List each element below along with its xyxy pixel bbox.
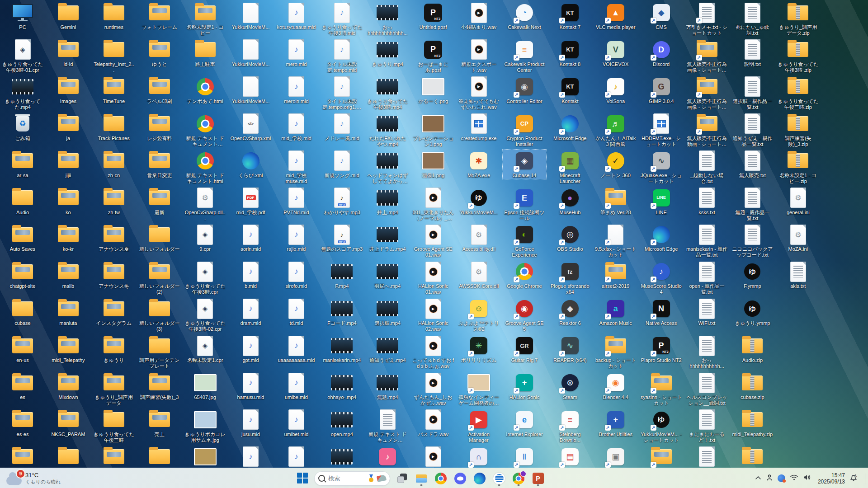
desktop-icon-営業日変更[interactable]: 営業日変更 — [138, 150, 181, 179]
desktop-icon-プレゼンテーション[interactable]: プレゼンテーション — [184, 446, 227, 468]
desktop-icon-Reaktor 6[interactable]: ◆↗Reaktor 6 — [548, 297, 592, 327]
desktop-icon-001_東北きりたん（ノーマル）_今じゃ...[interactable]: ▶001_東北きりたん（ノーマル）_今じゃ... — [411, 187, 455, 222]
desktop-icon-名称未設定1.cpr[interactable]: ◈名称未設定1.cpr — [184, 334, 227, 364]
desktop-icon-app[interactable]: ‖↗ — [503, 446, 546, 468]
desktop-icon-ずんだもん_しおかぜふ.wav[interactable]: ▶ずんだもん_しおかぜふ.wav — [411, 371, 455, 407]
desktop-icon-ラジオ_歌詞.txt[interactable]: ラジオ_歌詞.txt — [685, 446, 729, 468]
desktop-icon-gpt.mid[interactable]: ♪gpt.mid — [229, 334, 273, 364]
desktop-icon-きゅうり_調声用データ[interactable]: きゅうり_調声用データ — [92, 371, 136, 407]
notification-bell-icon[interactable]: zz — [849, 474, 858, 483]
desktop-icon-無人販売.txt[interactable]: 無人販売.txt — [731, 150, 774, 179]
desktop-icon-runtimes[interactable]: runtimes — [92, 1, 136, 31]
desktop-icon-調声練習(失敗)_3.zip[interactable]: 調声練習(失敗)_3.zip — [776, 113, 820, 148]
show-desktop-button[interactable] — [865, 473, 865, 484]
desktop-icon-きゅうり食ってた午後3時.cpr[interactable]: ◈きゅうり食ってた午後3時.cpr — [184, 260, 227, 296]
desktop-icon-きゅうり_調声用データ.zip[interactable]: きゅうり_調声用データ.zip — [776, 1, 820, 37]
desktop-icon-F.mp4[interactable]: F.mp4 — [320, 260, 363, 290]
desktop-icon-Groove Agent SE 5[interactable]: ◉↗Groove Agent SE 5 — [503, 297, 546, 333]
desktop-icon-MuseHub[interactable]: ●↗MuseHub — [548, 187, 592, 216]
desktop-icon-LINE[interactable]: LINE↗LINE — [640, 187, 683, 216]
desktop-icon-airset2-2019[interactable]: ↗airset2-2019 — [594, 260, 637, 290]
desktop-icon-Microsoft Edge[interactable]: ↗Microsoft Edge — [640, 223, 683, 253]
desktop-icon-かるーく.png[interactable]: かるーく.png — [411, 75, 455, 105]
desktop-icon-Internet Explorer[interactable]: e↗Internet Explorer — [503, 408, 546, 438]
desktop-icon-無人販売不正行為画像 - ショートカット[interactable]: ↗無人販売不正行為画像 - ショートカット — [685, 75, 729, 111]
desktop-icon-HALion Sonic 01.wav[interactable]: ▶HALion Sonic 01.wav — [411, 260, 455, 296]
desktop-icon-Kontakt 8[interactable]: KT↗Kontakt 8 — [548, 38, 592, 68]
desktop-icon-ピクチャ[interactable]: ピクチャ — [92, 446, 136, 468]
desktop-icon-Track Pictures[interactable]: Track Pictures — [92, 113, 136, 142]
desktop-icon-プレゼンテーション1.png[interactable]: プレゼンテーション1.png — [411, 113, 455, 148]
desktop-icon-ksks.txt[interactable]: ksks.txt — [685, 187, 729, 216]
desktop-icon-F.ymmp[interactable]: ゆF.ymmp — [731, 260, 774, 290]
desktop-icon-mid[interactable]: ♪ — [229, 446, 273, 468]
taskbar[interactable]: 9 31°C くもりのち晴れ 検索 P — [0, 468, 868, 488]
desktop-icon-Controller Editor[interactable]: ◉↗Controller Editor — [503, 75, 546, 105]
desktop-icon-Cubase 14[interactable]: ◈↗Cubase 14 — [503, 150, 546, 179]
desktop-icon-死にたい_ゅ歌詞.txt[interactable]: 死にたい_ゅ歌詞.txt — [731, 1, 774, 37]
desktop-icon-Discord[interactable]: D↗Discord — [640, 38, 683, 68]
desktop-icon-名称未設定1 - コピー.zip[interactable]: 名称未設定1 - コピー.zip — [776, 150, 820, 185]
desktop-icon-mid_学校muse.mid[interactable]: ♪mid_学校muse.mid — [274, 150, 318, 185]
desktop-icon-td.mid[interactable]: ♪td.mid — [274, 297, 318, 327]
desktop-icon-ko-kr[interactable]: ko-kr — [47, 223, 90, 253]
desktop-icon-Microsoft Edge[interactable]: ↗Microsoft Edge — [548, 113, 592, 142]
desktop-icon-NKSC_PARAM[interactable]: NKSC_PARAM — [47, 408, 90, 438]
desktop-icon-無人販売不正行為動画 - ショートカット[interactable]: ↗無人販売不正行為動画 - ショートカット — [685, 113, 729, 148]
desktop-icon-Audio[interactable]: Audio — [1, 187, 44, 216]
desktop-icon-general.ini[interactable]: ⚙general.ini — [776, 187, 820, 216]
desktop-icon-akis.txt[interactable]: akis.txt — [776, 260, 820, 290]
desktop-icon-Mixdown[interactable]: Mixdown — [47, 371, 90, 401]
desktop-icon-きゅうり食ってた午後3時-01.cpr[interactable]: ◈きゅうり食ってた午後3時-01.cpr — [1, 38, 44, 74]
desktop-icon-backup - ショートカット[interactable]: ↗backup - ショートカット — [594, 334, 637, 370]
desktop-icon-答え知っててもむずいわこれ.wav[interactable]: ▶答え知っててもむずいわこれ.wav — [457, 75, 500, 111]
desktop-icon-メドレー風.mid[interactable]: ♪メドレー風.mid — [320, 113, 363, 142]
start-button[interactable] — [295, 471, 310, 486]
desktop-icon-Piapro Studio NT2[interactable]: PNT2↗Piapro Studio NT2 — [640, 334, 683, 364]
desktop-icon-midi_Telepathy[interactable]: midi_Telepathy — [47, 334, 90, 364]
desktop-icon-Crypton Product Installer[interactable]: CP↗Crypton Product Installer — [503, 113, 546, 148]
desktop-icon-cubase[interactable]: cubase — [1, 297, 44, 327]
desktop-icon-きゅうり.ymmp[interactable]: ゆきゅうり.ymmp — [731, 297, 774, 327]
desktop-icon-MoZA.exe[interactable]: ✱MoZA.exe — [457, 150, 500, 179]
desktop-icon-きゅうり食ってた午後3時.mp4[interactable]: きゅうり食ってた午後3時.mp4 — [366, 75, 409, 111]
desktop-icon-おーばーまにあ.ppsf[interactable]: PNT2おーばーまにあ.ppsf — [411, 38, 455, 74]
desktop-icon-最新[interactable]: 最新 — [138, 187, 181, 216]
desktop-icon-VLC media player[interactable]: ▲↗VLC media player — [594, 1, 637, 31]
desktop-icon-HALion Sonic[interactable]: +↗HALion Sonic — [503, 371, 546, 401]
powerpoint-button[interactable]: P — [530, 471, 546, 486]
desktop-icon-ごみ箱[interactable]: ♻ごみ箱 — [1, 113, 44, 142]
desktop-icon-id-id[interactable]: id-id — [47, 38, 90, 68]
file-explorer-button[interactable] — [414, 471, 429, 486]
desktop-icon-レジ袋有料[interactable]: レジ袋有料 — [138, 113, 181, 142]
desktop-icon-Cakewalk Product Center[interactable]: ≡↗Cakewalk Product Center — [503, 38, 546, 74]
desktop-icon-umibe.mid[interactable]: ♪umibe.mid — [274, 371, 318, 401]
desktop-icon-REAPER (x64)[interactable]: ∿↗REAPER (x64) — [548, 334, 592, 364]
desktop-icon-新しいフォルダー (3)[interactable]: 新しいフォルダー (3) — [138, 297, 181, 333]
desktop-icon-ar-sa[interactable]: ar-sa — [1, 150, 44, 179]
desktop-icon-Images[interactable]: Images — [47, 75, 90, 105]
desktop-icon-dram.mid[interactable]: ♪dram.mid — [229, 297, 273, 327]
desktop-icon-b.mid[interactable]: ♪b.mid — [229, 260, 273, 290]
desktop-icon-MoZA.ini[interactable]: ⚙MoZA.ini — [776, 223, 820, 253]
desktop-icon-open - 親作品一覧.txt[interactable]: open - 親作品一覧.txt — [685, 260, 729, 296]
desktop-icon-Steam[interactable]: ⊙↗Steam — [548, 371, 592, 401]
desktop-icon-Amazon Music[interactable]: a↗Amazon Music — [594, 297, 637, 327]
desktop-icon-Cakewalk Next[interactable]: ◔↗Cakewalk Next — [503, 1, 546, 31]
desktop-icon-通知うぜえ - 親作品一覧.txt[interactable]: 通知うぜえ - 親作品一覧.txt — [731, 113, 774, 148]
desktop-icon-無人販売不正行為画像 - ショートカッ...[interactable]: ↗無人販売不正行為画像 - ショートカッ... — [685, 38, 729, 74]
desktop-icon-かんたん！ AITalk 3 関西風[interactable]: ♬↗かんたん！ AITalk 3 関西風 — [594, 113, 637, 148]
desktop-icon-新しいフォルダー (2)[interactable]: 新しいフォルダー (2) — [138, 260, 181, 296]
desktop-icon-Accessibility.dll[interactable]: ⚙Accessibility.dll — [457, 223, 500, 253]
desktop-icon-MuseScore Studio 4[interactable]: ♪↗MuseScore Studio 4 — [640, 260, 683, 296]
desktop-icon-新しいフォルダー[interactable]: 新しいフォルダー — [138, 223, 181, 253]
desktop-icon-app[interactable]: ♪ — [366, 446, 409, 468]
desktop-icon-grid[interactable]: PCGeminiruntimesフォトフレーム名称未設定1 - コピーYukku… — [0, 0, 868, 468]
desktop-icon-YukkuriMovieM...[interactable]: YukkuriMovieM... — [229, 75, 273, 105]
edge-button[interactable] — [472, 471, 487, 486]
desktop-icon-井上ドラム.mp4[interactable]: 井上ドラム.mp4 — [366, 223, 409, 253]
desktop-icon-malib[interactable]: malib — [47, 260, 90, 290]
desktop-icon-es[interactable]: es — [1, 371, 44, 401]
wifi-icon[interactable] — [790, 474, 798, 483]
desktop-icon-HDDFMT.exe - ショートカット[interactable]: ↗HDDFMT.exe - ショートカット — [640, 113, 683, 148]
